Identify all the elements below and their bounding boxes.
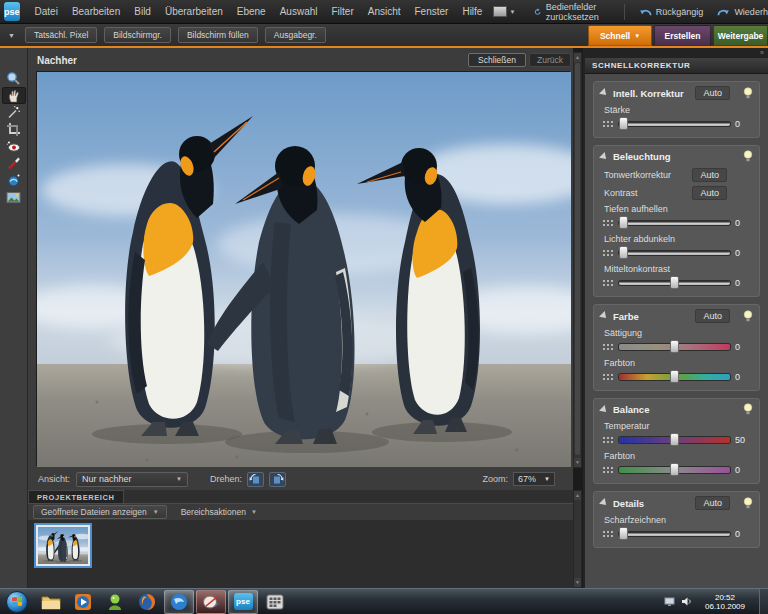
shadows-slider[interactable] [619, 221, 730, 225]
preview-grid-icon[interactable] [602, 343, 614, 352]
canvas-scrollbar[interactable]: ▲ ▼ [573, 52, 582, 468]
bin-actions-dropdown[interactable]: Bereichsaktionen ▼ [181, 507, 257, 517]
taskbar-item-organizer[interactable] [260, 590, 290, 614]
menu-datei[interactable]: Datei [28, 0, 65, 24]
scrollbar-thumb[interactable] [575, 63, 580, 455]
hand-tool[interactable] [2, 87, 26, 104]
lightbulb-icon[interactable] [743, 310, 753, 323]
sharpen-slider[interactable] [619, 532, 730, 536]
preview-grid-icon[interactable] [602, 436, 614, 445]
fill-screen-button[interactable]: Bildschirm füllen [178, 27, 258, 43]
contrast-auto-button[interactable]: Auto [692, 186, 727, 200]
tab-schnell[interactable]: Schnell ▼ [588, 25, 652, 46]
collapse-triangle-icon[interactable] [599, 152, 609, 162]
tint-slider[interactable] [619, 467, 730, 473]
levels-auto-button[interactable]: Auto [692, 168, 727, 182]
taskbar-item-firefox[interactable] [132, 590, 162, 614]
display-tray-icon[interactable] [664, 597, 675, 607]
touch-up-tool[interactable] [2, 189, 26, 206]
preview-grid-icon[interactable] [602, 373, 614, 382]
preview-grid-icon[interactable] [602, 120, 614, 129]
lightbulb-icon[interactable] [743, 497, 753, 510]
show-desktop-button[interactable] [759, 589, 768, 614]
preview-grid-icon[interactable] [602, 279, 614, 288]
collapse-triangle-icon[interactable] [599, 405, 609, 415]
view-select[interactable]: Nur nachher ▼ [76, 472, 188, 487]
taskbar-item-photoshop-elements[interactable]: pse [228, 590, 258, 614]
scroll-down-icon[interactable]: ▼ [574, 458, 581, 467]
preview-grid-icon[interactable] [602, 530, 614, 539]
fit-screen-button[interactable]: Bildschirmgr. [104, 27, 171, 43]
taskbar-item-snipping-tool[interactable] [196, 590, 226, 614]
red-eye-removal-tool[interactable] [2, 138, 26, 155]
slider-handle[interactable] [670, 276, 679, 289]
tab-weitergabe[interactable]: Weitergabe [713, 25, 768, 46]
preview-grid-icon[interactable] [602, 466, 614, 475]
commit-button[interactable]: Schließen [468, 53, 526, 67]
menu-bild[interactable]: Bild [127, 0, 158, 24]
cancel-button[interactable]: Zurück [529, 53, 571, 67]
slider-handle[interactable] [670, 433, 679, 446]
print-size-button[interactable]: Ausgabegr. [265, 27, 326, 43]
actual-pixels-button[interactable]: Tatsächl. Pixel [25, 27, 97, 43]
menu-ebene[interactable]: Ebene [230, 0, 273, 24]
lightbulb-icon[interactable] [743, 150, 753, 163]
hue-slider[interactable] [619, 374, 730, 380]
slider-handle[interactable] [619, 527, 628, 540]
start-button[interactable] [6, 591, 28, 613]
volume-icon[interactable] [681, 596, 693, 607]
sharpen-auto-button[interactable]: Auto [695, 496, 730, 510]
collapse-triangle-icon[interactable] [599, 311, 609, 321]
taskbar-item-thunderbird[interactable] [164, 590, 194, 614]
midtone-contrast-slider[interactable] [619, 281, 730, 285]
panel-collapse-strip[interactable]: » [585, 48, 768, 58]
taskbar-clock[interactable]: 20:52 06.10.2009 [699, 593, 751, 611]
collapse-triangle-icon[interactable] [599, 88, 609, 98]
slider-handle[interactable] [619, 246, 628, 259]
canvas-image[interactable] [36, 71, 570, 466]
preview-grid-icon[interactable] [602, 219, 614, 228]
project-bin-scrollbar[interactable]: ▲ ▼ [573, 490, 582, 588]
rotate-left-button[interactable] [247, 472, 264, 487]
crop-tool[interactable] [2, 121, 26, 138]
whiten-teeth-tool[interactable] [2, 155, 26, 172]
scroll-up-icon[interactable]: ▲ [574, 491, 581, 500]
slider-handle[interactable] [619, 216, 628, 229]
reset-panels-button[interactable]: Bedienfelder zurücksetzen [529, 2, 615, 22]
zoom-select[interactable]: 67% ▼ [513, 472, 555, 486]
slider-handle[interactable] [670, 370, 679, 383]
preview-grid-icon[interactable] [602, 249, 614, 258]
slider-handle[interactable] [670, 340, 679, 353]
slider-handle[interactable] [619, 117, 628, 130]
rotate-right-button[interactable] [269, 472, 286, 487]
undo-button[interactable]: Rückgängig [634, 6, 709, 17]
tab-erstellen[interactable]: Erstellen [654, 25, 711, 46]
lightbulb-icon[interactable] [743, 87, 753, 100]
menu-auswahl[interactable]: Auswahl [273, 0, 325, 24]
open-files-dropdown[interactable]: Geöffnete Dateien anzeigen ▼ [33, 505, 167, 519]
workspace-switcher[interactable]: ▼ [489, 6, 519, 17]
taskbar-item-explorer[interactable] [36, 590, 66, 614]
color-auto-button[interactable]: Auto [695, 309, 730, 323]
scroll-down-icon[interactable]: ▼ [574, 578, 581, 587]
lightbulb-icon[interactable] [743, 403, 753, 416]
menu-ueberarbeiten[interactable]: Überarbeiten [158, 0, 230, 24]
taskbar-item-media-player[interactable] [68, 590, 98, 614]
saturation-slider[interactable] [619, 344, 730, 350]
tool-options-caret-icon[interactable]: ▼ [8, 32, 15, 39]
menu-filter[interactable]: Filter [324, 0, 360, 24]
blue-sky-tool[interactable] [2, 172, 26, 189]
smart-fix-slider[interactable] [619, 122, 730, 126]
scroll-up-icon[interactable]: ▲ [574, 53, 581, 62]
taskbar-item-messenger[interactable] [100, 590, 130, 614]
slider-handle[interactable] [670, 463, 679, 476]
menu-bearbeiten[interactable]: Bearbeiten [65, 0, 127, 24]
menu-ansicht[interactable]: Ansicht [361, 0, 408, 24]
menu-fenster[interactable]: Fenster [408, 0, 456, 24]
menu-hilfe[interactable]: Hilfe [455, 0, 489, 24]
open-file-thumbnail[interactable] [36, 525, 90, 566]
collapse-triangle-icon[interactable] [599, 498, 609, 508]
quick-selection-tool[interactable] [2, 104, 26, 121]
highlights-slider[interactable] [619, 251, 730, 255]
zoom-tool[interactable] [2, 70, 26, 87]
